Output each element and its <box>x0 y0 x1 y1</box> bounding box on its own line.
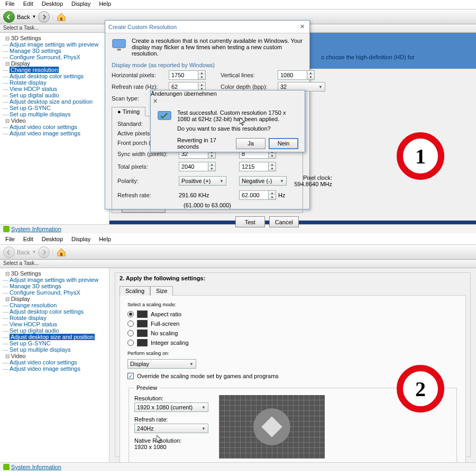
native-res-label: Native Resolution: <box>134 437 181 444</box>
total-a-input[interactable]: 2040▲▼ <box>179 162 226 171</box>
opt-aspect-ratio[interactable]: Aspect ratio <box>127 310 458 318</box>
tree-gsync[interactable]: Set up G-SYNC <box>10 105 51 111</box>
total-b-input[interactable]: 1215▲▼ <box>239 162 287 171</box>
back-button[interactable] <box>3 11 15 23</box>
back-label: Back <box>17 14 30 20</box>
opt-full-screen[interactable]: Full-screen <box>127 320 458 327</box>
tree-configure-surround[interactable]: Configure Surround, PhysX <box>10 289 80 296</box>
tree-video-color[interactable]: Adjust video color settings <box>10 124 77 130</box>
tree-desktop-color[interactable]: Adjust desktop color settings <box>10 308 84 315</box>
tree-rotate[interactable]: Rotate display <box>10 79 47 86</box>
tree-rotate[interactable]: Rotate display <box>10 315 47 321</box>
menu-file[interactable]: File <box>2 236 18 244</box>
vlines-label: Vertical lines: <box>221 72 273 78</box>
system-information-link[interactable]: System Information <box>11 226 61 232</box>
opt-no-scaling[interactable]: No scaling <box>127 329 458 337</box>
tree-change-resolution[interactable]: Change resolution <box>10 302 57 308</box>
tree-desktop-size[interactable]: Adjust desktop size and position <box>10 98 93 105</box>
menu-edit[interactable]: Edit <box>20 1 36 8</box>
tree-video[interactable]: Video <box>2 117 109 124</box>
screenshot-2: File Edit Desktop Display Help Back ▼ | … <box>0 235 476 473</box>
home-icon <box>57 12 66 22</box>
total-pixels-label: Total pixels: <box>117 163 176 170</box>
tree-video-color[interactable]: Adjust video color settings <box>10 359 77 365</box>
opt-integer-scaling[interactable]: Integer scaling <box>127 339 458 346</box>
menu-desktop[interactable]: Desktop <box>39 1 66 8</box>
system-information-link[interactable]: System Information <box>11 464 61 470</box>
tree-hdcp[interactable]: View HDCP status <box>10 86 57 92</box>
tree-display[interactable]: Display <box>2 60 109 67</box>
tree-display[interactable]: Display <box>2 296 109 302</box>
back-button[interactable] <box>3 246 15 258</box>
tree-desktop-size[interactable]: Adjust desktop size and position <box>10 334 95 340</box>
polarity-b-combo[interactable]: Negative (-)▼ <box>239 176 287 186</box>
menu-help[interactable]: Help <box>96 1 114 8</box>
menu-file[interactable]: File <box>2 1 18 8</box>
back-dd-icon[interactable]: ▼ <box>32 250 36 254</box>
forward-button[interactable] <box>38 11 50 23</box>
tree-manage-3d[interactable]: Manage 3D settings <box>10 48 61 54</box>
refresh-rate-combo[interactable]: 240Hz▼ <box>134 424 208 433</box>
menu-display[interactable]: Display <box>68 1 94 8</box>
tree-change-resolution[interactable]: Change resolution <box>10 67 59 73</box>
scaling-tab[interactable]: Scaling <box>120 286 150 296</box>
svg-rect-0 <box>60 17 62 21</box>
screenshot-1: File Edit Desktop Display Help Back ▼ | … <box>0 0 476 235</box>
home-button[interactable] <box>56 11 67 23</box>
menu-edit[interactable]: Edit <box>20 236 36 244</box>
tree-multi-display[interactable]: Set up multiple displays <box>10 111 71 117</box>
hpix-input[interactable]: 1750▲▼ <box>169 70 216 80</box>
menubar: File Edit Desktop Display Help <box>0 235 476 245</box>
tree-adjust-image[interactable]: Adjust image settings with preview <box>10 41 98 48</box>
apply-msg: Test successful. Custom resolution 1750 … <box>177 109 298 122</box>
range-hint: (61.000 to 63.000) <box>117 202 297 208</box>
mode-icon <box>137 339 148 346</box>
tree-video-image[interactable]: Adjust video image settings <box>10 130 80 136</box>
no-button[interactable]: Nein <box>269 138 298 149</box>
resolution-combo[interactable]: 1920 x 1080 (current)▼ <box>134 402 208 412</box>
close-button[interactable]: ✕ <box>151 97 159 105</box>
tree-desktop-color[interactable]: Adjust desktop color settings <box>10 73 84 79</box>
tree-digital-audio[interactable]: Set up digital audio <box>10 92 59 98</box>
apply-question: Do you want to save this resolution? <box>177 125 298 132</box>
apply-dialog-title: Änderungen übernehmen <box>151 90 217 97</box>
close-icon: ✕ <box>300 23 305 30</box>
tree-gsync[interactable]: Set up G-SYNC <box>10 340 51 346</box>
tree-multi-display[interactable]: Set up multiple displays <box>10 346 71 353</box>
arrow-left-icon <box>6 14 12 20</box>
close-button[interactable]: ✕ <box>298 23 306 31</box>
perform-on-combo[interactable]: Display▼ <box>127 359 196 369</box>
menu-display[interactable]: Display <box>68 236 94 244</box>
task-bar: Select a Task... <box>0 260 476 268</box>
tree-adjust-image[interactable]: Adjust image settings with preview <box>10 277 98 283</box>
refresh-rate2-b-input[interactable]: 62.000▲▼ <box>239 190 276 200</box>
test-button[interactable]: Test <box>235 216 265 227</box>
monitor-icon <box>112 38 126 52</box>
pixel-clock-value: 594.8640 MHz <box>294 181 332 187</box>
tree-video[interactable]: Video <box>2 353 109 359</box>
polarity-a-combo[interactable]: Positive (+)▼ <box>179 176 226 186</box>
tree-manage-3d[interactable]: Manage 3D settings <box>10 283 61 289</box>
cancel-button[interactable]: Cancel <box>269 216 299 227</box>
vlines-input[interactable]: 1080▲▼ <box>278 70 320 80</box>
back-dd-icon[interactable]: ▼ <box>32 14 36 19</box>
tree-video-image[interactable]: Adjust video image settings <box>10 365 80 372</box>
size-tab[interactable]: Size <box>150 286 173 296</box>
tree-hdcp[interactable]: View HDCP status <box>10 321 57 327</box>
menu-help[interactable]: Help <box>96 236 114 244</box>
toolbar: Back ▼ | <box>0 245 476 260</box>
yes-button[interactable]: Ja <box>236 138 266 149</box>
task-label: Select a Task... <box>3 260 39 266</box>
polarity-label: Polarity: <box>117 178 176 184</box>
mode-icon <box>137 310 148 318</box>
tree-configure-surround[interactable]: Configure Surround, PhysX <box>10 54 80 60</box>
home-button[interactable] <box>56 246 67 258</box>
forward-button[interactable] <box>38 246 50 258</box>
tree-3d-settings[interactable]: 3D Settings <box>2 270 109 277</box>
preview-legend: Preview <box>134 385 159 391</box>
timing-tab[interactable]: ● Timing <box>112 107 145 116</box>
hpix-label: Horizontal pixels: <box>112 72 164 78</box>
menu-desktop[interactable]: Desktop <box>39 236 66 244</box>
tree-3d-settings[interactable]: 3D Settings <box>2 35 109 41</box>
tree-digital-audio[interactable]: Set up digital audio <box>10 327 59 334</box>
